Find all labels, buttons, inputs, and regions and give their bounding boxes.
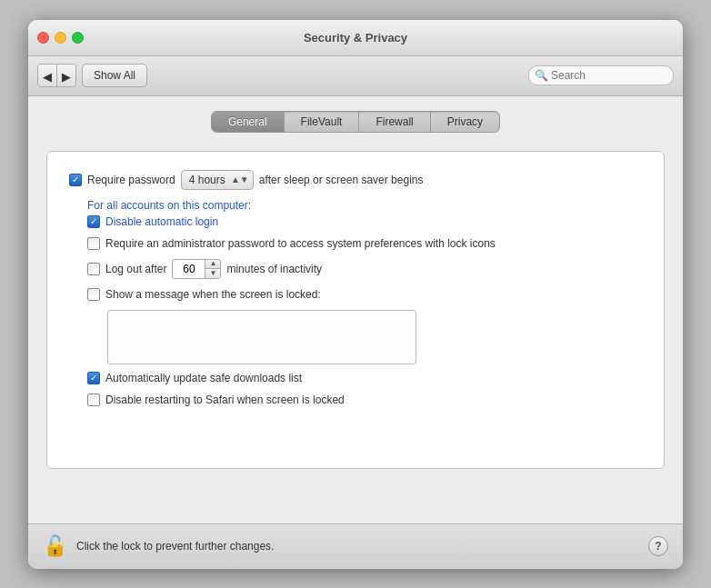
settings-panel: ✓ Require password 4 hours ▲▼ after slee… <box>46 151 665 469</box>
forward-button[interactable]: ▶ <box>57 65 75 87</box>
help-button[interactable]: ? <box>648 536 668 556</box>
require-password-label-before: Require password <box>87 174 175 186</box>
close-button[interactable] <box>37 32 49 44</box>
log-out-after-checkbox[interactable] <box>87 263 100 275</box>
log-out-label-after: minutes of inactivity <box>226 263 322 275</box>
nav-button-group: ◀ ▶ <box>37 64 76 87</box>
disable-auto-login-row: ✓ Disable automatic login <box>87 215 642 228</box>
tab-privacy[interactable]: Privacy <box>431 112 499 132</box>
disable-restarting-row: Disable restarting to Safari when screen… <box>87 394 642 406</box>
main-window: Security & Privacy ◀ ▶ Show All 🔍 Genera… <box>28 20 683 569</box>
back-icon: ◀ <box>43 70 52 84</box>
show-message-row: Show a message when the screen is locked… <box>87 288 642 301</box>
stepper-up-button[interactable]: ▲ <box>205 259 220 269</box>
log-out-value[interactable] <box>173 259 205 279</box>
show-message-label: Show a message when the screen is locked… <box>105 288 321 301</box>
lock-message-textarea[interactable] <box>107 310 416 364</box>
lock-icon[interactable]: 🔓 <box>43 534 67 558</box>
dropdown-arrow-icon: ▲▼ <box>231 174 249 184</box>
tab-filevault[interactable]: FileVault <box>285 112 360 132</box>
lock-label: Click the lock to prevent further change… <box>76 540 274 553</box>
require-admin-password-row: Require an administrator password to acc… <box>87 237 642 250</box>
down-arrow-icon: ▼ <box>209 270 216 277</box>
check-icon: ✓ <box>72 174 79 184</box>
check-icon-3: ✓ <box>90 373 97 383</box>
titlebar: Security & Privacy <box>28 20 683 56</box>
disable-auto-login-checkbox[interactable]: ✓ <box>87 215 100 228</box>
disable-restarting-checkbox[interactable] <box>87 394 100 406</box>
search-box: 🔍 <box>528 65 674 85</box>
log-out-after-row: Log out after ▲ ▼ minutes of inactivi <box>87 259 642 279</box>
require-password-label-after: after sleep or screen saver begins <box>259 174 424 186</box>
log-out-label-before: Log out after <box>105 263 166 275</box>
window-title: Security & Privacy <box>304 31 407 45</box>
disable-restarting-label: Disable restarting to Safari when screen… <box>105 394 345 406</box>
maximize-button[interactable] <box>72 32 84 44</box>
tab-bar: General FileVault Firewall Privacy <box>211 111 500 133</box>
auto-update-safe-row: ✓ Automatically update safe downloads li… <box>87 372 642 384</box>
traffic-lights <box>37 32 84 44</box>
back-button[interactable]: ◀ <box>38 65 57 87</box>
bottom-bar: 🔓 Click the lock to prevent further chan… <box>28 523 683 569</box>
require-password-checkbox[interactable]: ✓ <box>69 174 82 186</box>
check-icon-2: ✓ <box>90 216 97 226</box>
search-icon: 🔍 <box>535 69 548 82</box>
for-all-accounts-label: For all accounts on this computer: <box>87 199 642 212</box>
auto-update-safe-label: Automatically update safe downloads list <box>105 372 302 384</box>
stepper-down-button[interactable]: ▼ <box>205 269 220 279</box>
require-admin-password-label: Require an administrator password to acc… <box>105 237 496 250</box>
stepper-buttons: ▲ ▼ <box>205 259 220 279</box>
tab-firewall[interactable]: Firewall <box>359 112 430 132</box>
tab-general[interactable]: General <box>212 112 285 132</box>
tabs-container: General FileVault Firewall Privacy <box>46 111 665 133</box>
forward-icon: ▶ <box>62 70 71 84</box>
disable-auto-login-label: Disable automatic login <box>105 215 218 228</box>
toolbar: ◀ ▶ Show All 🔍 <box>28 56 683 96</box>
require-password-row: ✓ Require password 4 hours ▲▼ after slee… <box>69 170 642 190</box>
up-arrow-icon: ▲ <box>209 260 216 267</box>
log-out-stepper: ▲ ▼ <box>172 259 221 279</box>
search-input[interactable] <box>528 65 674 85</box>
show-message-checkbox[interactable] <box>87 288 100 301</box>
auto-update-safe-checkbox[interactable]: ✓ <box>87 372 100 384</box>
help-icon: ? <box>655 540 661 553</box>
minimize-button[interactable] <box>55 32 66 44</box>
content-area: General FileVault Firewall Privacy ✓ Req… <box>28 96 683 523</box>
require-admin-password-checkbox[interactable] <box>87 237 100 250</box>
accounts-section: ✓ Disable automatic login Require an adm… <box>87 215 642 406</box>
show-all-button[interactable]: Show All <box>82 64 147 87</box>
password-timeout-dropdown[interactable]: 4 hours ▲▼ <box>181 170 254 190</box>
